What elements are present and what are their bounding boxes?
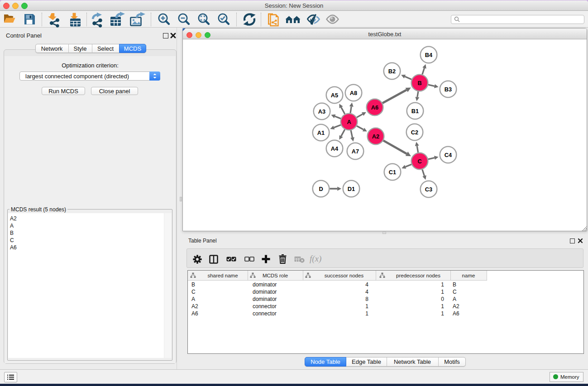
svg-text:C4: C4 [445, 152, 452, 158]
svg-text:A: A [347, 119, 351, 125]
svg-text:B1: B1 [411, 108, 419, 114]
svg-text:C3: C3 [425, 186, 432, 193]
svg-text:C1: C1 [389, 169, 396, 176]
svg-text:A7: A7 [352, 148, 359, 155]
svg-text:A3: A3 [318, 108, 325, 115]
svg-text:B4: B4 [425, 52, 433, 58]
svg-text:D: D [319, 186, 323, 192]
svg-text:A2: A2 [372, 133, 379, 140]
svg-text:B: B [417, 80, 421, 86]
svg-text:A1: A1 [317, 129, 325, 136]
svg-text:C: C [417, 158, 421, 165]
svg-text:A8: A8 [350, 90, 357, 96]
svg-text:A4: A4 [331, 145, 339, 152]
svg-text:C2: C2 [411, 129, 418, 136]
svg-text:B2: B2 [388, 68, 396, 75]
svg-text:D1: D1 [348, 186, 355, 192]
svg-text:A5: A5 [331, 92, 338, 99]
svg-text:B3: B3 [445, 86, 452, 93]
svg-text:A6: A6 [371, 104, 378, 111]
